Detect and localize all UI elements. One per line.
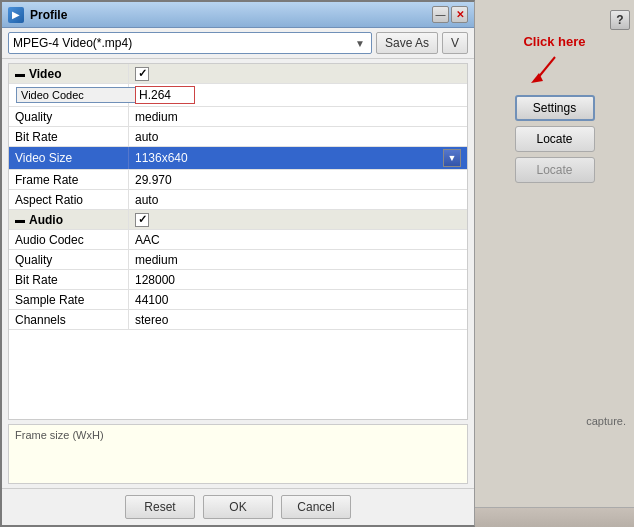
hint-text: Frame size (WxH)	[15, 429, 104, 441]
reset-button[interactable]: Reset	[125, 495, 195, 519]
arrow-icon	[525, 55, 585, 85]
capture-text: capture.	[586, 415, 626, 427]
audio-section-header: ▬ Audio ✓	[9, 210, 467, 230]
audio-bit-rate-row: Bit Rate 128000	[9, 270, 467, 290]
title-bar: ▶ Profile — ✕	[2, 2, 474, 28]
aspect-ratio-row: Aspect Ratio auto	[9, 190, 467, 210]
right-panel: ? Click here Settings Locate Locate capt…	[475, 0, 634, 527]
title-buttons: — ✕	[432, 6, 468, 23]
expand-icon: ▬	[15, 68, 25, 79]
locate2-button[interactable]: Locate	[515, 157, 595, 183]
audio-codec-value: AAC	[129, 230, 467, 249]
bit-rate-value: auto	[129, 127, 467, 146]
click-here-text: Click here	[523, 34, 585, 49]
dropdown-arrow-icon: ▼	[355, 38, 367, 49]
video-codec-row: Video Codec H.264	[9, 84, 467, 107]
locate-button[interactable]: Locate	[515, 126, 595, 152]
audio-quality-row: Quality medium	[9, 250, 467, 270]
video-section-header: ▬ Video ✓	[9, 64, 467, 84]
quality-value: medium	[129, 107, 467, 126]
close-button[interactable]: ✕	[451, 6, 468, 23]
profile-dialog: ▶ Profile — ✕ MPEG-4 Video(*.mp4) ▼ Save…	[0, 0, 475, 527]
video-codec-value: H.264	[135, 86, 195, 104]
channels-row: Channels stereo	[9, 310, 467, 330]
audio-quality-value: medium	[129, 250, 467, 269]
v-button[interactable]: V	[442, 32, 468, 54]
frame-rate-value: 29.970	[129, 170, 467, 189]
dialog-icon: ▶	[8, 7, 24, 23]
dialog-toolbar: MPEG-4 Video(*.mp4) ▼ Save As V	[2, 28, 474, 59]
ok-button[interactable]: OK	[203, 495, 273, 519]
aspect-ratio-value: auto	[129, 190, 467, 209]
click-here-container: Click here	[475, 34, 634, 87]
bit-rate-row: Bit Rate auto	[9, 127, 467, 147]
video-checkbox[interactable]: ✓	[135, 67, 149, 81]
dialog-footer: Reset OK Cancel	[2, 488, 474, 525]
audio-checkbox[interactable]: ✓	[135, 213, 149, 227]
audio-codec-row: Audio Codec AAC	[9, 230, 467, 250]
profile-dropdown[interactable]: MPEG-4 Video(*.mp4) ▼	[8, 32, 372, 54]
cancel-button[interactable]: Cancel	[281, 495, 351, 519]
video-size-row[interactable]: Video Size 1136x640 ▼	[9, 147, 467, 170]
sample-rate-value: 44100	[129, 290, 467, 309]
bottom-strip	[475, 507, 634, 527]
hint-box: Frame size (WxH)	[8, 424, 468, 484]
settings-button[interactable]: Settings	[515, 95, 595, 121]
video-size-dropdown-button[interactable]: ▼	[443, 149, 461, 167]
dialog-title: Profile	[30, 8, 67, 22]
right-panel-top: ?	[475, 10, 634, 30]
sample-rate-row: Sample Rate 44100	[9, 290, 467, 310]
audio-expand-icon: ▬	[15, 214, 25, 225]
channels-value: stereo	[129, 310, 467, 329]
video-size-value: 1136x640	[135, 151, 188, 165]
audio-bit-rate-value: 128000	[129, 270, 467, 289]
title-left: ▶ Profile	[8, 7, 67, 23]
frame-rate-row: Frame Rate 29.970	[9, 170, 467, 190]
minimize-button[interactable]: —	[432, 6, 449, 23]
save-as-button[interactable]: Save As	[376, 32, 438, 54]
quality-row: Quality medium	[9, 107, 467, 127]
properties-table: ▬ Video ✓ Video Codec H.264 Quality m	[8, 63, 468, 420]
help-button[interactable]: ?	[610, 10, 630, 30]
